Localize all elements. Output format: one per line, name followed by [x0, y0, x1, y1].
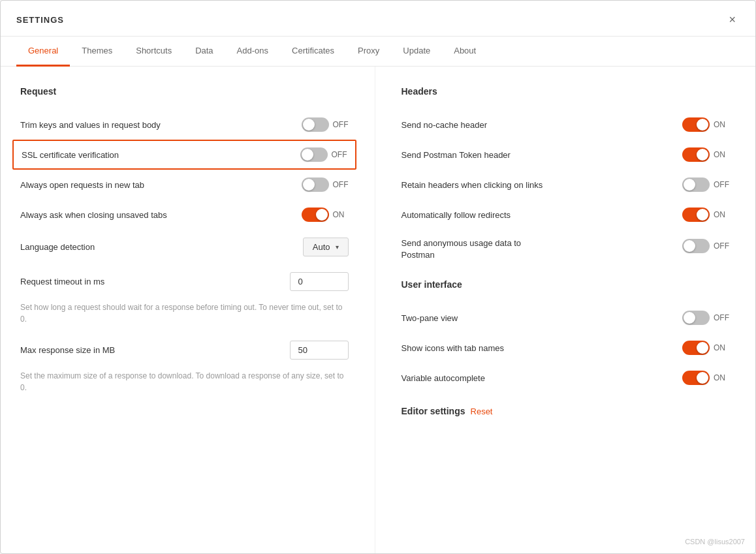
headers-section-title: Headers: [402, 86, 730, 97]
tab-themes[interactable]: Themes: [70, 37, 124, 67]
postman-token-label: Send Postman Token header: [402, 150, 683, 160]
close-unsaved-toggle-wrap: ON: [302, 208, 349, 222]
editor-settings-title: Editor settings: [402, 406, 465, 416]
timeout-label: Request timeout in ms: [20, 277, 290, 286]
maxsize-helper: Set the maximum size of a response to do…: [20, 370, 349, 399]
watermark: CSDN @lisus2007: [685, 538, 745, 546]
retain-headers-toggle-wrap: OFF: [682, 177, 729, 192]
trim-keys-toggle-wrap: OFF: [302, 117, 349, 132]
postman-token-toggle[interactable]: [682, 147, 710, 162]
maxsize-input[interactable]: [290, 341, 349, 360]
no-cache-knob: [697, 119, 708, 131]
close-unsaved-toggle[interactable]: [302, 208, 329, 222]
maxsize-label: Max response size in MB: [20, 345, 290, 355]
setting-trim-keys: Trim keys and values in request body OFF: [20, 110, 349, 140]
trim-keys-label: Trim keys and values in request body: [20, 120, 302, 130]
setting-no-cache: Send no-cache header ON: [402, 110, 730, 140]
setting-two-pane: Two-pane view OFF: [402, 303, 730, 333]
tab-icons-knob: [697, 342, 708, 354]
anon-usage-toggle-label: OFF: [714, 241, 729, 251]
anon-usage-toggle[interactable]: [682, 239, 710, 253]
var-autocomplete-toggle[interactable]: [682, 371, 710, 385]
two-pane-label: Two-pane view: [402, 313, 683, 323]
setting-timeout-row: Request timeout in ms: [20, 264, 349, 299]
content-area: Request Trim keys and values in request …: [1, 67, 755, 553]
close-button[interactable]: ×: [725, 12, 740, 27]
tab-data[interactable]: Data: [183, 37, 225, 67]
request-section-title: Request: [20, 86, 349, 97]
tab-about[interactable]: About: [442, 37, 488, 67]
close-unsaved-label: Always ask when closing unsaved tabs: [20, 210, 302, 220]
no-cache-label: Send no-cache header: [402, 120, 683, 130]
setting-postman-token: Send Postman Token header ON: [402, 140, 730, 170]
timeout-input[interactable]: [290, 272, 349, 291]
postman-token-toggle-wrap: ON: [682, 147, 729, 162]
left-panel: Request Trim keys and values in request …: [1, 67, 375, 553]
setting-follow-redirects: Automatically follow redirects ON: [402, 200, 730, 230]
two-pane-toggle[interactable]: [682, 311, 710, 325]
setting-close-unsaved: Always ask when closing unsaved tabs ON: [20, 200, 349, 230]
two-pane-toggle-label: OFF: [714, 313, 729, 322]
ssl-verify-toggle-label: OFF: [332, 150, 347, 159]
anon-usage-label: Send anonymous usage data toPostman: [402, 238, 683, 261]
retain-headers-label: Retain headers when clicking on links: [402, 180, 683, 190]
open-new-tab-toggle-label: OFF: [333, 180, 349, 189]
setting-timeout-block: Request timeout in ms Set how long a req…: [20, 264, 349, 330]
ssl-verify-knob: [302, 149, 313, 161]
open-new-tab-toggle[interactable]: [302, 177, 329, 192]
ssl-verify-toggle-wrap: OFF: [300, 147, 347, 162]
setting-tab-icons: Show icons with tab names ON: [402, 333, 730, 363]
tab-proxy[interactable]: Proxy: [346, 37, 391, 67]
nav-tabs: General Themes Shortcuts Data Add-ons Ce…: [1, 37, 755, 67]
retain-headers-toggle[interactable]: [682, 177, 710, 192]
var-autocomplete-toggle-label: ON: [714, 373, 729, 382]
follow-redirects-knob: [697, 209, 708, 221]
language-select-wrap: Auto ▾: [303, 238, 349, 256]
anon-usage-toggle-wrap: OFF: [682, 239, 729, 253]
setting-maxsize-row: Max response size in MB: [20, 333, 349, 367]
editor-settings-row: Editor settings Reset: [402, 406, 730, 416]
open-new-tab-toggle-wrap: OFF: [302, 177, 349, 192]
right-panel: Headers Send no-cache header ON Send Pos…: [375, 67, 756, 553]
tab-addons[interactable]: Add-ons: [225, 37, 280, 67]
tab-certificates[interactable]: Certificates: [280, 37, 346, 67]
setting-anon-usage: Send anonymous usage data toPostman OFF: [402, 230, 730, 269]
close-unsaved-knob: [316, 209, 328, 221]
follow-redirects-label: Automatically follow redirects: [402, 210, 683, 220]
postman-token-toggle-label: ON: [714, 150, 729, 159]
reset-link[interactable]: Reset: [471, 407, 493, 416]
retain-headers-knob: [684, 179, 695, 191]
tab-icons-toggle[interactable]: [682, 341, 710, 355]
language-label: Language detection: [20, 242, 303, 252]
anon-usage-knob: [684, 240, 695, 252]
var-autocomplete-toggle-wrap: ON: [682, 371, 729, 385]
postman-token-knob: [697, 149, 708, 161]
follow-redirects-toggle-wrap: ON: [682, 208, 729, 222]
follow-redirects-toggle[interactable]: [682, 208, 710, 222]
language-select-button[interactable]: Auto ▾: [303, 238, 349, 256]
two-pane-toggle-wrap: OFF: [682, 311, 729, 325]
setting-language: Language detection Auto ▾: [20, 230, 349, 264]
var-autocomplete-knob: [697, 372, 708, 384]
setting-ssl-verify: SSL certificate verification OFF: [12, 140, 356, 170]
setting-open-new-tab: Always open requests in new tab OFF: [20, 170, 349, 200]
tab-general[interactable]: General: [16, 37, 70, 67]
open-new-tab-knob: [303, 179, 315, 191]
tab-icons-toggle-label: ON: [714, 343, 729, 352]
window-title: SETTINGS: [16, 15, 64, 25]
tab-shortcuts[interactable]: Shortcuts: [124, 37, 183, 67]
tab-update[interactable]: Update: [391, 37, 442, 67]
close-unsaved-toggle-label: ON: [333, 210, 349, 219]
no-cache-toggle[interactable]: [682, 117, 710, 132]
setting-retain-headers: Retain headers when clicking on links OF…: [402, 170, 730, 200]
trim-keys-toggle-label: OFF: [333, 120, 349, 129]
trim-keys-knob: [303, 119, 315, 131]
timeout-helper: Set how long a request should wait for a…: [20, 301, 349, 330]
title-bar: SETTINGS ×: [1, 1, 755, 37]
tab-icons-label: Show icons with tab names: [402, 343, 683, 353]
ssl-verify-toggle[interactable]: [300, 147, 328, 162]
tab-icons-toggle-wrap: ON: [682, 341, 729, 355]
open-new-tab-label: Always open requests in new tab: [20, 180, 302, 190]
setting-var-autocomplete: Variable autocomplete ON: [402, 363, 730, 393]
trim-keys-toggle[interactable]: [302, 117, 329, 132]
